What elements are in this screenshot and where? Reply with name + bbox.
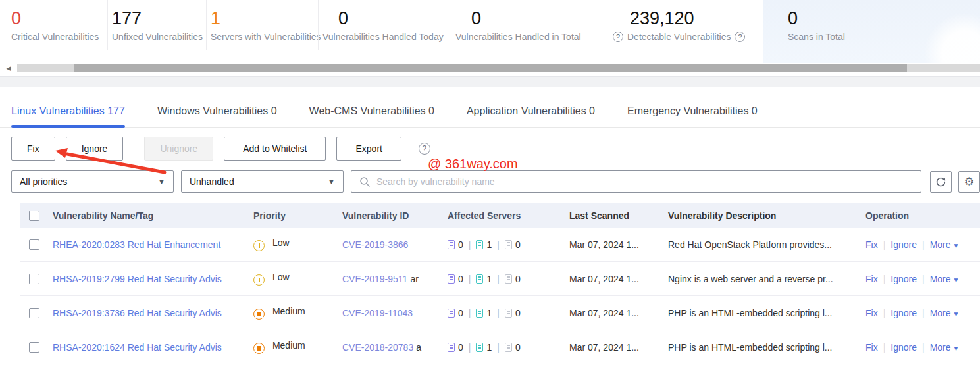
gear-icon: ⚙ bbox=[964, 176, 974, 187]
server-count: 0 bbox=[458, 274, 463, 284]
scrollbar-thumb[interactable] bbox=[74, 64, 907, 72]
select-all-checkbox[interactable] bbox=[29, 211, 39, 221]
tab-windows-vulnerabilities[interactable]: Windows Vulnerabilities 0 bbox=[157, 105, 277, 127]
stat-label: Detectable Vulnerabilities bbox=[627, 32, 731, 42]
tab-application-vulnerabilities[interactable]: Application Vulnerabilities 0 bbox=[467, 105, 595, 127]
row-ignore-link[interactable]: Ignore bbox=[890, 342, 917, 353]
table-header: Vulnerability Name/Tag Priority Vulnerab… bbox=[20, 203, 980, 228]
vulnerability-table: Vulnerability Name/Tag Priority Vulnerab… bbox=[20, 203, 980, 364]
status-filter-select[interactable]: Unhandled ▼ bbox=[181, 170, 344, 193]
stat-label: Critical Vulnerabilities bbox=[11, 32, 99, 42]
refresh-button[interactable] bbox=[930, 171, 952, 193]
row-more-link[interactable]: More▼ bbox=[930, 308, 960, 318]
column-header-name: Vulnerability Name/Tag bbox=[46, 211, 244, 221]
server-count: 0 bbox=[515, 274, 521, 284]
vulnerability-tabs: Linux Vulnerabilities 177 Windows Vulner… bbox=[0, 105, 980, 128]
column-settings-button[interactable]: ⚙ bbox=[958, 171, 980, 193]
server-gray-icon bbox=[505, 309, 512, 318]
row-more-link[interactable]: More▼ bbox=[930, 274, 960, 284]
search-box[interactable] bbox=[351, 170, 921, 193]
row-more-link[interactable]: More▼ bbox=[930, 342, 960, 353]
tab-emergency-vulnerabilities[interactable]: Emergency Vulnerabilities 0 bbox=[627, 105, 758, 127]
column-header-vuln-id: Vulnerability ID bbox=[336, 211, 438, 221]
row-checkbox[interactable] bbox=[29, 239, 39, 250]
server-count: 0 bbox=[515, 342, 521, 353]
vulnerability-description: Red Hat OpenStack Platform provides... bbox=[658, 239, 856, 250]
table-row: RHEA-2020:0283 Red Hat Enhancement Low C… bbox=[20, 228, 980, 262]
server-teal-icon bbox=[476, 343, 483, 352]
cve-id-link[interactable]: CVE-2019-3866 bbox=[342, 239, 408, 250]
table-row: RHSA-2020:1624 Red Hat Security Advis Me… bbox=[20, 330, 980, 364]
vulnerability-description: PHP is an HTML-embedded scripting l... bbox=[658, 308, 856, 318]
stats-bar: 0 Critical Vulnerabilities 177 Unfixed V… bbox=[0, 0, 980, 63]
priority-medium-icon bbox=[253, 343, 265, 354]
tab-label: Application Vulnerabilities bbox=[467, 105, 586, 116]
ignore-button[interactable]: Ignore bbox=[66, 137, 124, 161]
column-header-affected-servers: Affected Servers bbox=[438, 211, 559, 221]
help-icon[interactable]: ? bbox=[735, 32, 745, 42]
cve-id-link[interactable]: CVE-2019-11043 bbox=[342, 308, 413, 318]
tab-linux-vulnerabilities[interactable]: Linux Vulnerabilities 177 bbox=[11, 105, 125, 127]
help-icon[interactable]: ? bbox=[613, 32, 623, 42]
table-row: RHSA-2019:2799 Red Hat Security Advis Lo… bbox=[20, 262, 980, 296]
tab-label: Windows Vulnerabilities bbox=[157, 105, 268, 116]
search-input[interactable] bbox=[375, 176, 913, 187]
stat-value: 0 bbox=[322, 9, 451, 28]
scrollbar-left-arrow-icon[interactable]: ◀ bbox=[0, 63, 17, 74]
stat-value: 0 bbox=[455, 9, 606, 28]
add-to-whitelist-button[interactable]: Add to Whitelist bbox=[224, 137, 326, 161]
row-fix-link[interactable]: Fix bbox=[865, 308, 878, 318]
vulnerability-name-link[interactable]: RHSA-2020:1624 Red Hat Security Advis bbox=[53, 342, 222, 353]
server-gray-icon bbox=[505, 274, 512, 284]
priority-filter-select[interactable]: All priorities ▼ bbox=[11, 170, 174, 193]
server-count: 0 bbox=[515, 239, 521, 250]
row-checkbox[interactable] bbox=[29, 308, 39, 318]
tab-count: 0 bbox=[428, 105, 434, 116]
row-ignore-link[interactable]: Ignore bbox=[890, 274, 917, 284]
vulnerability-name-link[interactable]: RHEA-2020:0283 Red Hat Enhancement bbox=[53, 239, 220, 250]
last-scanned: Mar 07, 2024 1... bbox=[559, 308, 658, 318]
row-checkbox[interactable] bbox=[29, 274, 39, 284]
tab-label: Linux Vulnerabilities bbox=[11, 105, 105, 116]
server-purple-icon bbox=[448, 274, 455, 284]
vulnerability-description: PHP is an HTML-embedded scripting l... bbox=[658, 342, 856, 353]
unignore-button[interactable]: Unignore bbox=[144, 137, 213, 161]
export-button[interactable]: Export bbox=[336, 137, 401, 161]
tab-count: 0 bbox=[589, 105, 595, 116]
stat-label: Vulnerabilities Handled in Total bbox=[455, 32, 581, 42]
horizontal-scrollbar[interactable]: ◀ bbox=[0, 63, 980, 74]
server-teal-icon bbox=[476, 240, 483, 249]
chevron-down-icon: ▼ bbox=[953, 311, 960, 318]
tab-webcms-vulnerabilities[interactable]: Web-CMS Vulnerabilities 0 bbox=[309, 105, 434, 127]
row-checkbox[interactable] bbox=[29, 342, 39, 353]
row-more-link[interactable]: More▼ bbox=[930, 239, 960, 250]
row-fix-link[interactable]: Fix bbox=[865, 239, 878, 250]
priority-label: Medium bbox=[272, 306, 305, 316]
chevron-down-icon: ▼ bbox=[328, 178, 335, 186]
row-fix-link[interactable]: Fix bbox=[865, 274, 878, 284]
row-fix-link[interactable]: Fix bbox=[865, 342, 878, 353]
server-count: 1 bbox=[486, 274, 492, 284]
chevron-down-icon: ▼ bbox=[158, 178, 165, 186]
server-count: 1 bbox=[486, 239, 492, 250]
fix-button[interactable]: Fix bbox=[11, 137, 55, 161]
column-header-description: Vulnerability Description bbox=[658, 211, 856, 221]
scrollbar-track[interactable] bbox=[17, 64, 980, 72]
priority-low-icon bbox=[253, 240, 265, 251]
server-count: 0 bbox=[515, 308, 521, 318]
vulnerability-name-link[interactable]: RHSA-2019:2799 Red Hat Security Advis bbox=[53, 274, 222, 284]
stat-value: 0 bbox=[11, 9, 107, 28]
status-filter-value: Unhandled bbox=[190, 176, 234, 187]
vulnerability-description: Nginx is a web server and a reverse pr..… bbox=[658, 274, 856, 284]
vulnerability-name-link[interactable]: RHSA-2019:3736 Red Hat Security Advis bbox=[53, 308, 222, 318]
help-icon[interactable]: ? bbox=[419, 143, 430, 155]
stat-scans-total-card: 0 Scans in Total bbox=[763, 0, 980, 63]
cve-id-link[interactable]: CVE-2019-9511 bbox=[342, 274, 407, 284]
server-teal-icon bbox=[476, 309, 483, 318]
row-ignore-link[interactable]: Ignore bbox=[890, 239, 917, 250]
column-header-priority: Priority bbox=[244, 211, 336, 221]
row-ignore-link[interactable]: Ignore bbox=[890, 308, 917, 318]
cve-id-link[interactable]: CVE-2018-20783 bbox=[342, 342, 413, 353]
chevron-down-icon: ▼ bbox=[953, 345, 960, 352]
priority-label: Medium bbox=[272, 340, 305, 351]
